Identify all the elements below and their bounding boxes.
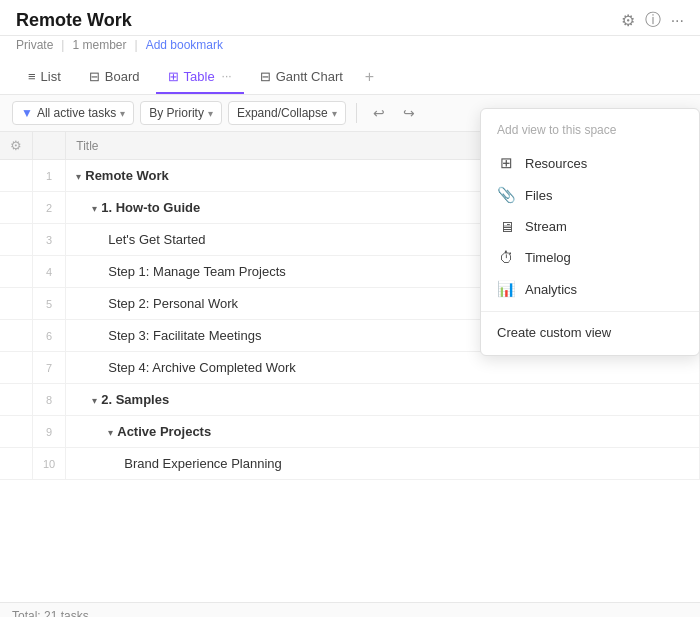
dropdown-item-files[interactable]: 📎 Files [481, 179, 699, 211]
dropdown-item-timelog[interactable]: ⏱ Timelog [481, 242, 699, 273]
add-bookmark-link[interactable]: Add bookmark [146, 38, 223, 52]
total-tasks-label: Total: 21 tasks [12, 609, 89, 617]
redo-button[interactable]: ↪ [397, 101, 421, 125]
row-title-cell[interactable]: ▾Active Projects [66, 416, 700, 448]
stream-label: Stream [525, 219, 567, 234]
resources-icon: ⊞ [497, 154, 515, 172]
tab-table-label: Table [184, 69, 215, 84]
row-settings-cell [0, 352, 33, 384]
undo-button[interactable]: ↩ [367, 101, 391, 125]
settings-icon[interactable]: ⚙ [621, 11, 635, 30]
timelog-icon: ⏱ [497, 249, 515, 266]
row-title-text: Brand Experience Planning [124, 456, 282, 471]
header-meta: Private | 1 member | Add bookmark [0, 36, 700, 60]
collapse-chevron: ▾ [92, 203, 97, 214]
settings-col-icon: ⚙ [10, 138, 22, 153]
table-footer: Total: 21 tasks [0, 602, 700, 617]
row-title-cell[interactable]: Brand Experience Planning [66, 448, 700, 480]
members-label: 1 member [72, 38, 126, 52]
priority-button[interactable]: By Priority ▾ [140, 101, 222, 125]
row-title-text: 1. How-to Guide [101, 200, 200, 215]
row-number: 2 [33, 192, 66, 224]
row-settings-cell [0, 384, 33, 416]
tab-table[interactable]: ⊞ Table ··· [156, 61, 244, 94]
table-icon: ⊞ [168, 69, 179, 84]
settings-col-header[interactable]: ⚙ [0, 132, 33, 160]
tab-list-label: List [41, 69, 61, 84]
row-settings-cell [0, 256, 33, 288]
files-label: Files [525, 188, 552, 203]
row-number: 5 [33, 288, 66, 320]
row-number: 7 [33, 352, 66, 384]
row-title-text: Step 4: Archive Completed Work [108, 360, 296, 375]
row-number: 6 [33, 320, 66, 352]
row-settings-cell [0, 288, 33, 320]
row-num-header [33, 132, 66, 160]
filter-icon: ▼ [21, 106, 33, 120]
header-left: Remote Work [16, 10, 132, 31]
row-number: 4 [33, 256, 66, 288]
gantt-icon: ⊟ [260, 69, 271, 84]
tab-gantt-label: Gantt Chart [276, 69, 343, 84]
row-title-text: Step 1: Manage Team Projects [108, 264, 286, 279]
row-title-cell[interactable]: ▾2. Samples [66, 384, 700, 416]
create-custom-view-button[interactable]: Create custom view [481, 318, 699, 347]
row-settings-cell [0, 160, 33, 192]
row-number: 1 [33, 160, 66, 192]
row-number: 3 [33, 224, 66, 256]
priority-label: By Priority [149, 106, 204, 120]
analytics-label: Analytics [525, 282, 577, 297]
table-row: 10Brand Experience Planning [0, 448, 700, 480]
list-icon: ≡ [28, 69, 36, 84]
tab-board-label: Board [105, 69, 140, 84]
collapse-chevron: ▾ [92, 395, 97, 406]
row-title-text: Let's Get Started [108, 232, 205, 247]
tab-gantt[interactable]: ⊟ Gantt Chart [248, 61, 355, 94]
row-settings-cell [0, 416, 33, 448]
table-row: 7Step 4: Archive Completed Work [0, 352, 700, 384]
row-title-text: Remote Work [85, 168, 169, 183]
filter-button[interactable]: ▼ All active tasks ▾ [12, 101, 134, 125]
tab-board[interactable]: ⊟ Board [77, 61, 152, 94]
analytics-icon: 📊 [497, 280, 515, 298]
filter-arrow: ▾ [120, 108, 125, 119]
row-settings-cell [0, 192, 33, 224]
more-icon[interactable]: ··· [671, 12, 684, 30]
expand-label: Expand/Collapse [237, 106, 328, 120]
dropdown-header: Add view to this space [481, 117, 699, 147]
row-title-text: Step 2: Personal Work [108, 296, 238, 311]
row-title-text: Active Projects [117, 424, 211, 439]
toolbar-separator [356, 103, 357, 123]
privacy-label: Private [16, 38, 53, 52]
collapse-chevron: ▾ [76, 171, 81, 182]
add-view-dropdown: Add view to this space ⊞ Resources 📎 Fil… [480, 108, 700, 356]
expand-button[interactable]: Expand/Collapse ▾ [228, 101, 346, 125]
tab-list[interactable]: ≡ List [16, 61, 73, 94]
dropdown-item-stream[interactable]: 🖥 Stream [481, 211, 699, 242]
row-number: 9 [33, 416, 66, 448]
collapse-chevron: ▾ [108, 427, 113, 438]
row-number: 10 [33, 448, 66, 480]
header: Remote Work ⚙ ⓘ ··· [0, 0, 700, 36]
priority-arrow: ▾ [208, 108, 213, 119]
files-icon: 📎 [497, 186, 515, 204]
tabs-bar: ≡ List ⊟ Board ⊞ Table ··· ⊟ Gantt Chart… [0, 60, 700, 95]
tab-table-dots[interactable]: ··· [222, 69, 232, 83]
dropdown-item-resources[interactable]: ⊞ Resources [481, 147, 699, 179]
table-row: 9▾Active Projects [0, 416, 700, 448]
add-tab-button[interactable]: + [359, 60, 380, 94]
row-title-cell[interactable]: Step 4: Archive Completed Work [66, 352, 700, 384]
info-icon[interactable]: ⓘ [645, 10, 661, 31]
table-row: 8▾2. Samples [0, 384, 700, 416]
row-settings-cell [0, 320, 33, 352]
row-title-text: 2. Samples [101, 392, 169, 407]
dropdown-item-analytics[interactable]: 📊 Analytics [481, 273, 699, 305]
resources-label: Resources [525, 156, 587, 171]
timelog-label: Timelog [525, 250, 571, 265]
dropdown-divider [481, 311, 699, 312]
row-settings-cell [0, 448, 33, 480]
header-icons: ⚙ ⓘ ··· [621, 10, 684, 31]
row-title-text: Step 3: Facilitate Meetings [108, 328, 261, 343]
board-icon: ⊟ [89, 69, 100, 84]
stream-icon: 🖥 [497, 218, 515, 235]
